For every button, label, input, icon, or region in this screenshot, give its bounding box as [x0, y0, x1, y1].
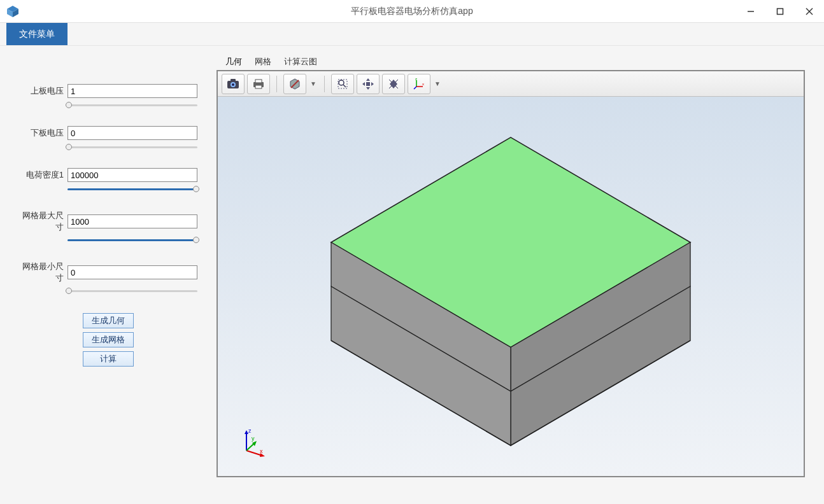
minimize-button[interactable] — [736, 0, 765, 23]
svg-rect-13 — [255, 85, 262, 88]
svg-line-27 — [389, 86, 392, 88]
mesh-min-input[interactable] — [67, 265, 197, 279]
zoom-box-icon — [336, 78, 349, 90]
no-select-icon — [288, 78, 301, 90]
svg-rect-19 — [366, 82, 370, 86]
param-row-charge-density: 电荷密度1 — [19, 168, 197, 182]
generate-geometry-button[interactable]: 生成几何 — [83, 313, 134, 328]
no-select-button[interactable] — [283, 74, 306, 94]
action-buttons: 生成几何 生成网格 计算 — [19, 313, 197, 367]
lower-voltage-label: 下板电压 — [19, 127, 64, 139]
tab-results[interactable]: 计算云图 — [284, 56, 317, 67]
upper-voltage-slider[interactable] — [67, 102, 197, 108]
compute-button[interactable]: 计算 — [83, 351, 134, 367]
svg-line-25 — [389, 80, 392, 82]
svg-marker-21 — [366, 87, 370, 90]
param-row-upper-voltage: 上板电压 — [19, 84, 197, 98]
charge-density-input[interactable] — [67, 168, 197, 182]
charge-density-slider[interactable] — [67, 186, 197, 192]
svg-marker-20 — [366, 78, 370, 81]
viewer-toolbar: ▼ zx ▼ — [218, 71, 804, 97]
window-title: 平行板电容器电场分析仿真app — [351, 6, 472, 17]
tab-mesh[interactable]: 网格 — [255, 56, 271, 67]
no-select-dropdown[interactable]: ▼ — [309, 80, 318, 87]
main-panel: 几何 网格 计算云图 ▼ — [217, 46, 824, 504]
lower-voltage-input[interactable] — [67, 126, 197, 140]
camera-icon — [226, 78, 240, 90]
file-menu[interactable]: 文件菜单 — [6, 23, 67, 45]
mesh-max-slider[interactable] — [67, 237, 197, 243]
fit-extents-icon — [387, 78, 400, 90]
svg-marker-23 — [371, 82, 374, 86]
print-icon — [252, 78, 266, 90]
param-row-lower-voltage: 下板电压 — [19, 126, 197, 140]
maximize-button[interactable] — [765, 0, 795, 23]
toolbar-separator — [324, 76, 325, 92]
axis-gizmo: z x y — [237, 425, 269, 457]
tabs: 几何 网格 计算云图 — [217, 52, 805, 70]
svg-point-17 — [339, 80, 344, 85]
viewer-frame: ▼ zx ▼ — [217, 70, 805, 477]
generate-mesh-button[interactable]: 生成网格 — [83, 332, 134, 347]
charge-density-label: 电荷密度1 — [19, 169, 64, 181]
svg-rect-10 — [231, 79, 236, 81]
tab-geometry[interactable]: 几何 — [225, 56, 242, 67]
svg-text:z: z — [415, 78, 417, 81]
fit-extents-button[interactable] — [382, 74, 405, 94]
orientation-button[interactable]: zx — [408, 74, 430, 94]
svg-line-18 — [343, 85, 346, 87]
mesh-min-label: 网格最小尺寸 — [19, 261, 64, 284]
3d-model — [218, 97, 804, 476]
pan-icon — [362, 78, 374, 90]
camera-button[interactable] — [222, 74, 245, 94]
toolbar-separator — [276, 76, 277, 92]
upper-voltage-input[interactable] — [67, 84, 197, 98]
mesh-min-slider[interactable] — [67, 288, 197, 294]
param-row-mesh-min: 网格最小尺寸 — [19, 261, 197, 284]
close-button[interactable] — [795, 0, 824, 23]
3d-viewport[interactable]: z x y — [218, 97, 804, 476]
svg-line-28 — [395, 86, 398, 88]
svg-line-26 — [395, 80, 398, 82]
titlebar: 平行板电容器电场分析仿真app — [0, 0, 824, 23]
svg-rect-12 — [255, 80, 262, 83]
param-row-mesh-max: 网格最大尺寸 — [19, 210, 197, 233]
sidebar: 上板电压 下板电压 电荷密度1 网格最大尺寸 网格最小尺寸 — [0, 46, 217, 504]
upper-voltage-label: 上板电压 — [19, 85, 64, 97]
print-button[interactable] — [247, 74, 270, 94]
svg-text:x: x — [422, 82, 424, 86]
svg-marker-22 — [362, 82, 365, 86]
app-icon — [5, 4, 20, 19]
svg-text:x: x — [260, 448, 263, 454]
mesh-max-input[interactable] — [67, 214, 197, 228]
svg-rect-4 — [778, 9, 783, 15]
svg-point-9 — [232, 83, 234, 86]
svg-line-31 — [414, 87, 416, 89]
orientation-axes-icon: zx — [413, 78, 425, 90]
pan-button[interactable] — [357, 74, 380, 94]
orientation-dropdown[interactable]: ▼ — [433, 80, 442, 87]
lower-voltage-slider[interactable] — [67, 144, 197, 150]
mesh-max-label: 网格最大尺寸 — [19, 210, 64, 233]
svg-text:z: z — [248, 428, 252, 434]
zoom-box-button[interactable] — [331, 74, 354, 94]
window-controls — [736, 0, 824, 23]
svg-text:y: y — [252, 435, 255, 442]
menubar: 文件菜单 — [0, 23, 824, 46]
content-area: 上板电压 下板电压 电荷密度1 网格最大尺寸 网格最小尺寸 — [0, 46, 824, 504]
